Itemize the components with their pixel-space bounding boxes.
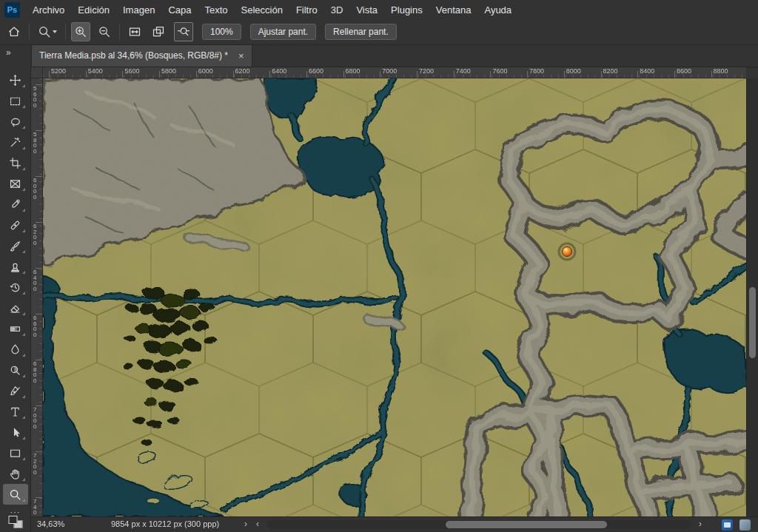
tool-dodge[interactable]	[3, 360, 28, 380]
brush-icon	[9, 240, 21, 252]
tab-close-icon[interactable]: ×	[238, 51, 244, 61]
tool-zoom[interactable]	[3, 484, 28, 505]
menu-item-ayuda[interactable]: Ayuda	[477, 1, 518, 19]
tool-move[interactable]	[3, 70, 28, 90]
tool-marquee[interactable]	[3, 90, 28, 111]
menu-item-capa[interactable]: Capa	[161, 1, 198, 19]
ruler-h-label: 8000	[566, 67, 581, 75]
document-tab-bar: » Tierra Media.psb al 34,6% (Bosques, RG…	[0, 44, 758, 67]
tool-frame[interactable]	[3, 173, 28, 194]
path-selection-icon	[9, 426, 21, 439]
ruler-tick	[36, 222, 42, 223]
type-icon	[9, 405, 21, 418]
tool-clone-stamp[interactable]	[3, 256, 28, 277]
ruler-h-label: 5600	[124, 67, 139, 75]
menu-item-filtro[interactable]: Filtro	[289, 1, 324, 19]
tool-eraser[interactable]	[3, 297, 28, 318]
resize-windows-to-fit-icon[interactable]	[125, 22, 144, 41]
menu-item-imagen[interactable]: Imagen	[116, 1, 161, 19]
foreground-background-swatches[interactable]	[8, 516, 22, 528]
tool-pen[interactable]	[3, 380, 28, 401]
fill-screen-button[interactable]: Rellenar pant.	[325, 24, 397, 40]
ruler-tick	[601, 71, 602, 78]
taskbar-app-icon[interactable]	[722, 519, 733, 531]
ruler-horizontal[interactable]: 5200540056005800600062006400660068007000…	[43, 67, 746, 78]
chevron-down-icon	[53, 30, 57, 33]
zoom-tool-preset-icon[interactable]	[35, 22, 60, 41]
photoshop-logo-icon[interactable]: Ps	[4, 2, 20, 18]
hand-icon	[9, 468, 21, 480]
tool-crop[interactable]	[3, 152, 28, 173]
gradient-icon	[9, 323, 21, 335]
ruler-tick	[637, 71, 638, 78]
ruler-h-label: 6400	[272, 67, 286, 75]
hscroll-right-arrow-icon[interactable]: ›	[699, 519, 702, 529]
menu-item-texto[interactable]: Texto	[198, 1, 234, 19]
taskbar-app-icon[interactable]	[739, 519, 751, 531]
ruler-tick	[527, 71, 528, 78]
document-tab[interactable]: Tierra Media.psb al 34,6% (Bosques, RGB/…	[31, 44, 252, 67]
move-icon	[9, 74, 21, 87]
ruler-vertical[interactable]: 5600580060006200640066006800700072007400	[31, 78, 43, 516]
ruler-tick	[196, 71, 197, 78]
options-separator	[29, 24, 30, 40]
tool-rectangle[interactable]	[3, 442, 28, 463]
tool-blur[interactable]	[3, 339, 28, 360]
menu-item-3d[interactable]: 3D	[324, 1, 350, 19]
tool-type[interactable]	[3, 401, 28, 422]
ruler-tick	[36, 176, 42, 177]
tool-hand[interactable]	[3, 463, 28, 484]
tool-object-selection[interactable]	[3, 132, 28, 152]
foreground-color-swatch[interactable]	[8, 516, 17, 524]
menu-item-vista[interactable]: Vista	[349, 1, 384, 19]
tool-lasso[interactable]	[3, 111, 28, 132]
ruler-v-label: 7000	[33, 407, 38, 429]
horizontal-scrollbar-thumb[interactable]	[446, 521, 607, 528]
horizontal-scrollbar[interactable]	[266, 520, 691, 529]
tool-history-brush[interactable]	[3, 277, 28, 297]
ruler-tick	[36, 451, 42, 452]
home-icon[interactable]	[4, 22, 24, 41]
menu-item-plugins[interactable]: Plugins	[384, 1, 429, 19]
document-tab-title: Tierra Media.psb al 34,6% (Bosques, RGB/…	[39, 50, 228, 61]
tool-gradient[interactable]	[3, 318, 28, 339]
menu-item-seleccion[interactable]: Selección	[235, 1, 289, 19]
tool-healing-brush[interactable]	[3, 215, 28, 235]
fit-screen-button[interactable]: Ajustar pant.	[250, 24, 316, 40]
menu-item-edicion[interactable]: Edición	[71, 1, 116, 19]
zoom-out-icon[interactable]	[95, 22, 114, 41]
tool-path-selection[interactable]	[3, 422, 28, 442]
menu-item-ventana[interactable]: Ventana	[429, 1, 478, 19]
document-canvas[interactable]	[43, 78, 746, 516]
rectangle-icon	[9, 447, 21, 459]
ruler-tick	[454, 71, 455, 78]
ruler-h-label: 7000	[382, 67, 397, 75]
ruler-v-label: 6000	[33, 178, 38, 200]
tool-eyedropper[interactable]	[3, 194, 28, 215]
ruler-tick	[711, 71, 712, 78]
tool-brush[interactable]	[3, 235, 28, 256]
menu-item-archivo[interactable]: Archivo	[26, 1, 71, 19]
vertical-scrollbar-thumb[interactable]	[749, 287, 756, 358]
crop-icon	[9, 157, 21, 169]
status-zoom-field[interactable]: 34,63%	[37, 519, 64, 528]
zoom-in-icon[interactable]	[71, 22, 90, 41]
vertical-scrollbar[interactable]	[746, 78, 758, 516]
zoom-100-button[interactable]: 100%	[202, 24, 241, 40]
ruler-v-label: 6800	[33, 361, 38, 383]
ruler-tick	[36, 360, 42, 360]
scrubby-zoom-icon[interactable]	[174, 22, 193, 41]
status-popup-arrow-icon[interactable]: ›	[244, 519, 247, 529]
tools-panel: ···	[0, 67, 31, 532]
map-canvas[interactable]	[43, 78, 746, 516]
ruler-h-label: 7400	[456, 67, 471, 75]
healing-brush-icon	[9, 219, 21, 232]
pen-icon	[9, 385, 21, 397]
ruler-tick	[36, 405, 42, 406]
hscroll-left-arrow-icon[interactable]: ‹	[256, 519, 259, 529]
zoom-all-windows-icon[interactable]	[149, 22, 168, 41]
ruler-h-label: 5400	[88, 67, 103, 75]
ruler-h-label: 7800	[529, 67, 544, 75]
panel-collapse-chevron[interactable]: »	[0, 44, 31, 67]
ruler-h-label: 6000	[198, 67, 213, 75]
